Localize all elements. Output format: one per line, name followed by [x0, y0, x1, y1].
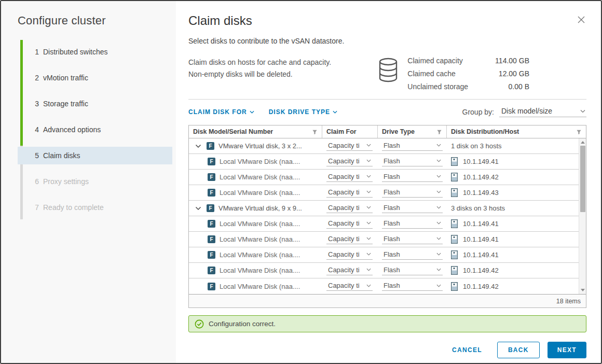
drive-type-select[interactable]: Flash	[382, 173, 443, 182]
claim-for-value: Capacity ti	[328, 235, 360, 243]
flash-disk-badge: F	[207, 204, 214, 212]
flash-disk-badge: F	[208, 189, 215, 197]
drive-type-value: Flash	[384, 142, 400, 149]
disk-name: VMware Virtual disk, 3 x 2...	[218, 142, 302, 150]
claim-for-select[interactable]: Capacity ti	[326, 266, 373, 275]
table-row[interactable]: F Local VMware Disk (naa.... Capacity ti…	[189, 170, 579, 185]
chevron-down-icon	[436, 206, 441, 209]
group-by-select[interactable]: Disk model/size	[499, 107, 586, 117]
drive-type-value: Flash	[384, 235, 400, 243]
wizard-sidebar: Configure cluster 1 Distributed switches…	[1, 1, 176, 363]
chevron-down-icon	[333, 110, 337, 114]
claim-for-value: Capacity ti	[328, 157, 360, 165]
page-title: Claim disks	[188, 13, 252, 28]
drive-type-select[interactable]: Flash	[382, 282, 443, 291]
next-button[interactable]: NEXT	[548, 342, 586, 358]
column-header-disk-model[interactable]: Disk Model/Serial Number	[189, 125, 322, 138]
claim-for-select[interactable]: Capacity ti	[326, 250, 373, 260]
cancel-button[interactable]: CANCEL	[451, 342, 483, 358]
table-row[interactable]: F Local VMware Disk (naa.... Capacity ti…	[189, 247, 579, 263]
claim-for-value: Capacity ti	[328, 266, 360, 274]
column-header-claim-for[interactable]: Claim For	[322, 125, 378, 138]
drive-type-value: Flash	[384, 219, 400, 227]
table-row[interactable]: F Local VMware Disk (naa.... Capacity ti…	[189, 185, 579, 201]
column-label: Drive Type	[382, 128, 415, 135]
column-header-disk-distribution[interactable]: Disk Distribution/Host	[447, 125, 586, 138]
drive-type-select[interactable]: Flash	[382, 204, 443, 213]
close-icon[interactable]	[577, 16, 585, 24]
drive-type-select[interactable]: Flash	[382, 266, 443, 275]
disk-name: Local VMware Disk (naa....	[220, 220, 300, 228]
step-number: 6	[32, 177, 39, 186]
disk-name: Local VMware Disk (naa....	[220, 189, 300, 197]
chevron-down-icon[interactable]	[195, 206, 201, 211]
table-row[interactable]: F Local VMware Disk (naa.... Capacity ti…	[189, 154, 579, 170]
claim-for-select[interactable]: Capacity ti	[326, 204, 373, 213]
drive-type-select[interactable]: Flash	[382, 188, 443, 198]
sidebar-item-vmotion-traffic[interactable]: 2 vMotion traffic	[18, 69, 176, 87]
claim-for-select[interactable]: Capacity ti	[326, 157, 373, 166]
scroll-down-icon[interactable]	[581, 289, 585, 291]
drive-type-select[interactable]: Flash	[382, 219, 443, 229]
column-label: Claim For	[326, 128, 357, 135]
flash-disk-badge: F	[208, 251, 215, 259]
table-row[interactable]: F Local VMware Disk (naa.... Capacity ti…	[189, 216, 579, 232]
flash-disk-badge: F	[208, 173, 215, 181]
table-footer: 18 items	[189, 294, 586, 307]
back-button[interactable]: BACK	[497, 342, 540, 358]
drive-type-select[interactable]: Flash	[382, 157, 443, 166]
step-label: Advanced options	[43, 125, 101, 134]
claim-for-select[interactable]: Capacity ti	[326, 173, 373, 182]
chevron-down-icon	[436, 175, 441, 178]
column-label: Disk Distribution/Host	[451, 128, 519, 135]
table-row[interactable]: F Local VMware Disk (naa.... Capacity ti…	[189, 278, 579, 294]
sidebar-item-advanced-options[interactable]: 4 Advanced options	[18, 121, 176, 138]
step-number: 3	[32, 100, 39, 108]
table-row-group[interactable]: F VMware Virtual disk, 9 x 9... Capacity…	[189, 201, 579, 216]
claim-for-select[interactable]: Capacity ti	[326, 219, 373, 229]
chevron-down-icon	[580, 109, 585, 113]
claim-for-select[interactable]: Capacity ti	[326, 142, 373, 151]
scrollbar-thumb[interactable]	[580, 146, 585, 212]
drive-type-value: Flash	[384, 250, 400, 258]
sidebar-item-claim-disks[interactable]: 5 Claim disks	[18, 147, 172, 164]
step-number: 4	[32, 125, 39, 134]
filter-icon[interactable]	[312, 129, 318, 135]
drive-type-select[interactable]: Flash	[382, 250, 443, 260]
sidebar-item-distributed-switches[interactable]: 1 Distributed switches	[18, 43, 176, 61]
flash-disk-badge: F	[208, 267, 215, 274]
wizard-steps: 1 Distributed switches 2 vMotion traffic…	[18, 43, 176, 216]
table-row-group[interactable]: F VMware Virtual disk, 3 x 2... Capacity…	[189, 138, 579, 154]
chevron-down-icon	[366, 221, 371, 225]
claim-for-select[interactable]: Capacity ti	[326, 188, 373, 198]
table-body: F VMware Virtual disk, 3 x 2... Capacity…	[189, 138, 579, 294]
column-header-drive-type[interactable]: Drive Type	[378, 125, 447, 138]
chevron-down-icon[interactable]	[195, 144, 201, 148]
chevron-down-icon	[436, 159, 441, 162]
info-line-1: Claim disks on hosts for cache and capac…	[188, 57, 331, 68]
disk-name: Local VMware Disk (naa....	[220, 267, 300, 274]
info-text: Claim disks on hosts for cache and capac…	[188, 57, 331, 91]
table-row[interactable]: F Local VMware Disk (naa.... Capacity ti…	[189, 263, 579, 278]
scroll-up-icon[interactable]	[581, 141, 585, 144]
host-ip: 10.1.149.41	[463, 220, 499, 228]
chevron-down-icon	[436, 284, 441, 287]
info-row: Claim disks on hosts for cache and capac…	[188, 57, 586, 100]
drive-type-select[interactable]: Flash	[382, 235, 443, 244]
filter-icon[interactable]	[576, 129, 582, 135]
host-icon	[451, 235, 458, 244]
table-row[interactable]: F Local VMware Disk (naa.... Capacity ti…	[189, 232, 579, 247]
claim-for-select[interactable]: Capacity ti	[326, 235, 373, 244]
wizard-title: Configure cluster	[18, 14, 176, 27]
drive-type-select[interactable]: Flash	[382, 142, 443, 151]
disk-drive-type-menu[interactable]: DISK DRIVE TYPE	[269, 108, 337, 116]
claim-disk-for-menu[interactable]: CLAIM DISK FOR	[188, 108, 254, 116]
claim-for-select[interactable]: Capacity ti	[326, 282, 373, 291]
host-ip: 10.1.149.42	[463, 267, 499, 274]
sidebar-item-storage-traffic[interactable]: 3 Storage traffic	[18, 95, 176, 113]
disk-distribution: 1 disk on 3 hosts	[451, 142, 502, 150]
step-label: Proxy settings	[43, 177, 89, 186]
disk-drive-type-label: DISK DRIVE TYPE	[269, 108, 330, 116]
vertical-scrollbar[interactable]	[579, 138, 586, 294]
filter-icon[interactable]	[436, 129, 442, 135]
